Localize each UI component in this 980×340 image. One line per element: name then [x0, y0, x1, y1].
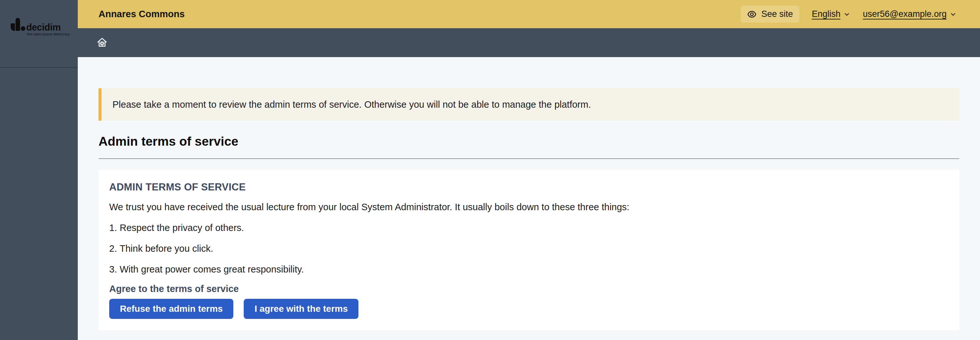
decidim-logo[interactable]: decidim free open-source democracy: [0, 0, 78, 42]
decidim-logo-mark: [11, 23, 15, 31]
terms-list-item: Think before you click.: [109, 243, 948, 254]
chevron-down-icon: [950, 11, 957, 18]
agree-terms-button[interactable]: I agree with the terms: [244, 299, 358, 319]
home-gear-icon: [96, 36, 108, 49]
admin-sidebar: decidim free open-source democracy: [0, 0, 78, 340]
main-content: Please take a moment to review the admin…: [78, 57, 980, 340]
sidebar-divider: [0, 67, 78, 68]
terms-actions: Refuse the admin terms I agree with the …: [109, 299, 948, 319]
see-site-label: See site: [761, 9, 793, 19]
admin-home-button[interactable]: [96, 36, 108, 49]
user-account-dropdown[interactable]: user56@example.org: [863, 9, 957, 19]
page-title: Admin terms of service: [99, 134, 959, 149]
see-site-button[interactable]: See site: [740, 5, 800, 23]
agree-heading: Agree to the terms of service: [109, 283, 948, 294]
terms-list: Respect the privacy of others. Think bef…: [109, 222, 948, 275]
refuse-terms-button[interactable]: Refuse the admin terms: [109, 299, 233, 319]
alert-message: Please take a moment to review the admin…: [113, 99, 591, 110]
secondary-nav-bar: [78, 28, 980, 57]
terms-card-heading: ADMIN TERMS OF SERVICE: [109, 181, 948, 193]
terms-list-item: Respect the privacy of others.: [109, 222, 948, 233]
top-bar: Annares Commons See site English user56@…: [78, 0, 980, 28]
admin-terms-alert: Please take a moment to review the admin…: [99, 88, 959, 121]
decidim-logo-tagline: free open-source democracy: [27, 32, 70, 36]
language-dropdown[interactable]: English: [812, 9, 851, 19]
top-bar-menu: See site English user56@example.org: [740, 5, 957, 23]
user-email-label: user56@example.org: [863, 9, 947, 19]
decidim-logo-mark: [21, 26, 25, 31]
language-label: English: [812, 9, 841, 19]
organization-title: Annares Commons: [99, 9, 185, 19]
terms-intro-text: We trust you have received the usual lec…: [109, 201, 948, 212]
terms-card: ADMIN TERMS OF SERVICE We trust you have…: [99, 170, 959, 330]
terms-list-item: With great power comes great responsibil…: [109, 264, 948, 275]
eye-icon: [747, 10, 757, 19]
chevron-down-icon: [843, 11, 850, 18]
title-divider: [99, 158, 959, 159]
decidim-logo-text: decidim: [26, 22, 60, 33]
decidim-logo-mark: [16, 18, 20, 31]
